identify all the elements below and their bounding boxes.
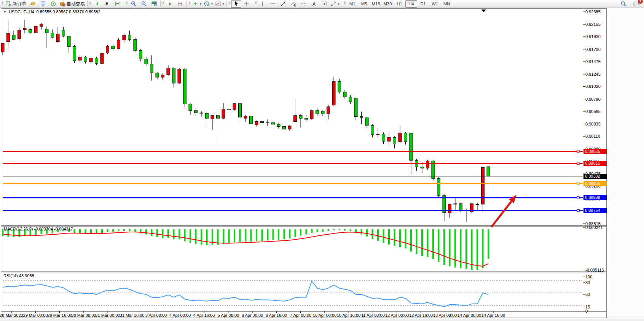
candles-layer <box>1 20 490 222</box>
arrows-button[interactable]: ▾ <box>329 0 341 8</box>
candle <box>316 111 319 114</box>
bar-chart-button[interactable] <box>92 0 102 8</box>
doc-plus-icon <box>5 1 11 7</box>
channel-button[interactable]: E <box>288 0 298 8</box>
textA-icon: A <box>311 1 317 7</box>
candle <box>73 46 76 60</box>
data-window-button[interactable] <box>38 0 48 8</box>
new-order-button[interactable]: 新订单 <box>4 0 27 8</box>
candle <box>228 109 231 110</box>
candle <box>45 29 48 33</box>
market-watch-button[interactable] <box>27 0 38 8</box>
candle <box>211 116 214 119</box>
timeframe-button-m30[interactable]: M30 <box>382 0 394 8</box>
cursor-button[interactable] <box>231 0 241 8</box>
timeframe-button-m1[interactable]: M1 <box>346 0 358 8</box>
blue-monitor-icon <box>40 1 46 7</box>
timeframe-button-h4[interactable]: H4 <box>405 0 417 8</box>
rsi-value: 43.9058 <box>19 273 34 278</box>
gold-gem-icon <box>30 1 36 7</box>
symbol-expander-icon[interactable]: ▼ <box>3 10 6 14</box>
dropdown-caret-icon: ▾ <box>211 2 213 6</box>
candle <box>376 134 379 135</box>
timeframe-button-d1[interactable]: D1 <box>417 0 429 8</box>
chart-shift-button[interactable] <box>175 0 185 8</box>
candle <box>454 204 457 204</box>
text-button[interactable]: A <box>309 0 319 8</box>
candle <box>476 204 479 205</box>
templates-button[interactable]: ▾ <box>214 0 225 8</box>
toolbar-drag-handle[interactable] <box>89 1 91 6</box>
tiles-icon <box>151 1 157 7</box>
support-line-1-anchor[interactable] <box>577 197 579 199</box>
auto-scroll-button[interactable] <box>165 0 175 8</box>
fibo-icon: F <box>301 1 307 7</box>
support-line-2-anchor[interactable] <box>577 210 579 212</box>
autotrading-button[interactable]: 自动交易 <box>58 0 86 8</box>
timeframe-button-m5[interactable]: M5 <box>358 0 370 8</box>
timeframe-button-m15[interactable]: M15 <box>370 0 382 8</box>
candle <box>288 126 291 129</box>
candle <box>272 123 275 124</box>
candle <box>178 69 181 83</box>
indicators-button[interactable]: ▾ <box>191 0 202 8</box>
candle <box>277 124 280 127</box>
arrow-shaft[interactable] <box>491 201 512 227</box>
toolbar-right: 1 <box>618 0 644 8</box>
candle <box>387 137 391 141</box>
toolbar-drag-handle[interactable] <box>2 1 3 6</box>
zoom-in-icon <box>131 1 137 7</box>
timeframe-button-w1[interactable]: W1 <box>429 0 441 8</box>
trendline-button[interactable] <box>278 0 288 8</box>
symbol-title: USDCHF-,H4 <box>9 10 34 14</box>
rsi-layer <box>3 280 583 307</box>
toolbar-drag-handle[interactable] <box>229 1 230 6</box>
timeframe-button-h1[interactable]: H1 <box>394 0 405 8</box>
candle <box>393 137 396 144</box>
candle <box>12 35 15 40</box>
candle <box>123 35 126 40</box>
resistance-line-1-anchor[interactable] <box>577 150 579 153</box>
resistance-line-2-anchor[interactable] <box>577 162 579 165</box>
candle <box>327 107 330 114</box>
candle <box>62 30 65 36</box>
line-chart-button[interactable] <box>112 0 123 8</box>
toolbar-drag-handle[interactable] <box>255 1 257 6</box>
dropdown-caret-icon: ▾ <box>223 2 224 6</box>
notifications-button[interactable]: 1 <box>631 0 641 8</box>
bars-icon <box>94 1 100 7</box>
candle <box>40 24 43 26</box>
signals-button[interactable] <box>48 0 58 8</box>
candle <box>106 46 109 53</box>
candle <box>84 57 87 62</box>
crosshair-button[interactable] <box>241 0 252 8</box>
svg-text:A: A <box>312 2 316 7</box>
price-lines-layer <box>3 150 583 212</box>
timeframe-button-mn[interactable]: MN <box>441 0 453 8</box>
fibo-button[interactable]: F <box>298 0 309 8</box>
periods-button[interactable]: ▾ <box>202 0 214 8</box>
vline-button[interactable] <box>257 0 268 8</box>
zoom-in-button[interactable] <box>128 0 139 8</box>
candle <box>244 116 247 118</box>
toolbar-drag-handle[interactable] <box>163 1 164 6</box>
candle <box>459 204 462 210</box>
toolbar-drag-handle[interactable] <box>126 1 128 6</box>
clock-icon <box>204 1 210 7</box>
autotrading-button-label: 自动交易 <box>67 1 85 7</box>
search-button[interactable] <box>618 0 628 8</box>
toolbar-drag-handle[interactable] <box>344 1 346 6</box>
candle <box>426 161 429 168</box>
pivot-line-anchor[interactable] <box>577 182 579 184</box>
zoom-out-button[interactable] <box>139 0 149 8</box>
trading-platform-window: 新订单自动交易▾▾▾EFAT▾M1M5M15M30H1H4D1W1MN1 0.9… <box>0 0 644 321</box>
candlestick-chart-button[interactable] <box>102 0 112 8</box>
candle <box>34 26 37 33</box>
candle <box>222 109 225 119</box>
hline-button[interactable] <box>268 0 278 8</box>
tile-windows-button[interactable] <box>149 0 159 8</box>
toolbar-drag-handle[interactable] <box>189 1 190 6</box>
candle <box>95 58 98 64</box>
current-bar-marker[interactable] <box>481 10 486 12</box>
label-button[interactable]: T <box>319 0 329 8</box>
